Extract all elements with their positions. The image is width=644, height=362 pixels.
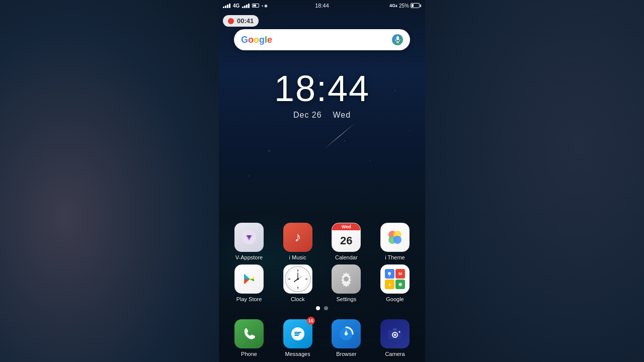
- google-cell-chrome: ◉: [395, 280, 405, 289]
- bar-a: [242, 7, 244, 8]
- google-logo: Google: [241, 35, 272, 45]
- app-imusic[interactable]: ♪ i Music: [278, 223, 318, 260]
- svg-point-28: [398, 331, 400, 333]
- svg-point-21: [388, 272, 391, 275]
- google-letter-g: G: [241, 35, 248, 45]
- page-dot-2[interactable]: [324, 306, 328, 310]
- messages-badge: 15: [307, 317, 315, 325]
- dock: Phone 15 Messages: [229, 319, 415, 357]
- signal-bars-2: [242, 4, 250, 8]
- app-google[interactable]: M ▲ ◉ Google: [375, 264, 415, 302]
- app-messages[interactable]: 15 Messages: [278, 319, 318, 357]
- app-playstore[interactable]: Play Store: [229, 264, 269, 302]
- vappstore-svg: [240, 228, 258, 246]
- settings-svg: [337, 270, 355, 288]
- browser-label: Browser: [336, 351, 356, 357]
- google-cell-gmail: M: [395, 269, 405, 279]
- signal-bar-4: [229, 4, 230, 8]
- battery-percent-text: 25%: [399, 3, 409, 9]
- page-dot-1[interactable]: [316, 306, 320, 310]
- messages-label: Messages: [285, 351, 310, 357]
- itheme-icon: [380, 223, 410, 252]
- app-phone[interactable]: Phone: [229, 319, 269, 357]
- calendar-label: Calendar: [335, 254, 358, 260]
- status-right: 4G₂ 25%: [389, 3, 421, 9]
- google-letter-o2: o: [254, 35, 259, 45]
- drive-mini-icon: ▲: [388, 282, 392, 287]
- phone-icon: [234, 319, 264, 348]
- svg-point-18: [297, 278, 299, 280]
- imusic-svg: ♪: [289, 229, 306, 246]
- svg-point-8: [393, 236, 401, 244]
- status-time: 18:44: [315, 3, 329, 9]
- left-blur-panel: [0, 0, 219, 362]
- clock-day-text: Wed: [333, 111, 351, 119]
- gmail-mini-icon: M: [398, 272, 402, 276]
- right-blur-panel: [425, 0, 644, 362]
- status-bar: 4G ▪ ◉ 18:44 4G₂ 25%: [219, 0, 425, 11]
- browser-svg: [338, 325, 355, 342]
- app-camera[interactable]: Camera: [375, 319, 415, 357]
- app-browser[interactable]: Browser: [326, 319, 366, 357]
- app-row-2: Play Store: [229, 264, 415, 302]
- battery-icon: [411, 3, 421, 8]
- svg-point-20: [344, 277, 349, 282]
- camera-icon: [380, 319, 410, 348]
- playstore-icon: [234, 264, 264, 294]
- sim-fill: [253, 5, 256, 7]
- clock-date-display: Dec 26 Wed: [219, 111, 425, 120]
- clock-svg: [286, 267, 309, 291]
- google-cell-drive: ▲: [385, 280, 394, 289]
- bar-b: [244, 6, 246, 8]
- svg-text:♪: ♪: [294, 229, 301, 244]
- signal-bars: [223, 4, 230, 8]
- battery-fill: [412, 4, 414, 7]
- chrome-mini-icon: ◉: [398, 282, 402, 287]
- 4g-label: 4G: [233, 3, 239, 9]
- app-clock[interactable]: Clock: [278, 264, 318, 302]
- mic-svg: [395, 36, 400, 43]
- phone-svg: [241, 326, 257, 342]
- google-grid-icon: M ▲ ◉: [385, 269, 405, 289]
- app-vappstore[interactable]: V-Appstore: [229, 223, 269, 260]
- google-label: Google: [386, 296, 404, 302]
- messages-svg: [289, 325, 306, 342]
- svg-point-27: [393, 334, 396, 336]
- clock-face: [285, 266, 311, 292]
- microphone-icon[interactable]: [392, 34, 403, 45]
- google-search-bar[interactable]: Google: [234, 29, 410, 50]
- signal-bar-3: [227, 5, 228, 8]
- recording-indicator[interactable]: 00:41: [223, 15, 259, 27]
- battery-tip: [420, 5, 421, 7]
- 4g-right-label: 4G₂: [389, 3, 397, 8]
- phone-label: Phone: [241, 351, 257, 357]
- camera-svg: [386, 325, 404, 342]
- clock-icon: [283, 264, 312, 294]
- imusic-label: i Music: [289, 254, 306, 260]
- extra-status-icons: ▪ ◉: [262, 4, 268, 8]
- settings-icon: [332, 264, 361, 294]
- playstore-svg: [240, 270, 258, 288]
- app-calendar[interactable]: Wed 26 Calendar: [326, 223, 366, 260]
- app-settings[interactable]: Settings: [326, 264, 366, 302]
- google-icon: M ▲ ◉: [380, 264, 410, 294]
- google-letter-e: e: [267, 35, 272, 45]
- phone-screen: 4G ▪ ◉ 18:44 4G₂ 25%: [219, 0, 425, 362]
- google-letter-g2: g: [259, 35, 265, 45]
- svg-rect-0: [396, 36, 399, 40]
- vappstore-icon: [234, 223, 264, 252]
- signal-bar-2: [225, 6, 226, 8]
- battery-body: [411, 3, 420, 8]
- bar-c: [246, 5, 248, 8]
- recording-timer: 00:41: [237, 17, 254, 25]
- maps-mini-svg: [387, 272, 392, 277]
- app-itheme[interactable]: i Theme: [375, 223, 415, 260]
- clock-widget: 18:44 Dec 26 Wed: [219, 70, 425, 120]
- google-cell-maps: [385, 269, 394, 279]
- clock-time-display: 18:44: [219, 70, 425, 107]
- itheme-label: i Theme: [385, 254, 405, 260]
- messages-icon: 15: [283, 319, 312, 348]
- calendar-icon: Wed 26: [332, 223, 361, 252]
- sim-icon: [252, 4, 259, 8]
- clock-label: Clock: [291, 296, 305, 302]
